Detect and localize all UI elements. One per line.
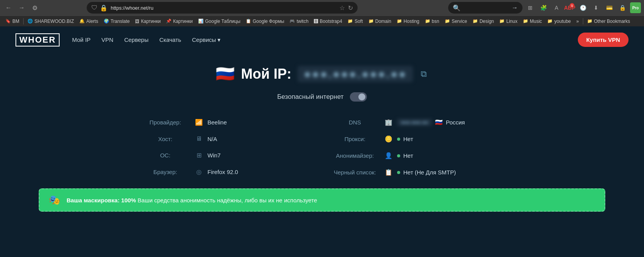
bookmark-music[interactable]: 📁 Music	[521, 18, 544, 25]
bookmark-youtube[interactable]: 📁 youtube	[545, 18, 573, 25]
bookmark-alerts-label: Alerts	[86, 19, 98, 24]
bookmark-bootstrap[interactable]: 🅱 Bootstrap4	[312, 18, 344, 25]
bookmark-gsheets-label: Google Таблицы	[205, 19, 240, 24]
info-row-blacklist: Черный список: 📋 Нет (Не Для SMTP)	[322, 164, 512, 181]
site-nav: WHOER Мой IP VPN Серверы Скачать Сервисы…	[0, 26, 644, 53]
toolbar-actions: 🔍 whoer → ⊞ 🧩 A ABP 1 🕐 ⬇ 💳 🔒 Pro	[448, 2, 641, 14]
tab-manager-button[interactable]: ⊞	[525, 2, 536, 13]
star-icon[interactable]: ☆	[339, 4, 345, 12]
bookmark-service[interactable]: 📁 Service	[442, 18, 469, 25]
bookmark-soft[interactable]: 📁 Soft	[345, 18, 365, 25]
search-input[interactable]: whoer	[463, 5, 509, 11]
safe-internet-toggle[interactable]	[350, 92, 367, 102]
browser-chrome: ← → ⚙ 🛡 🔒 https://whoer.net/ru ☆ ↻ 🔍 who…	[0, 0, 644, 26]
blacklist-status-dot	[397, 171, 400, 174]
adblock-button[interactable]: ABP 1	[564, 2, 575, 13]
browser-value: Firefox 92.0	[207, 169, 238, 175]
dns-value: ●●●.●●●.●● 🇷🇺 Россия	[397, 119, 465, 126]
dns-icon: 🏢	[385, 119, 392, 126]
dns-country-name: Россия	[446, 119, 465, 126]
info-row-provider: Провайдер: 📶 Beeline	[132, 114, 322, 131]
info-row-os: ОС: ⊞ Win7	[132, 147, 322, 164]
bookmark-other-label: Other Bookmarks	[594, 19, 630, 24]
bookmark-youtube-label: youtube	[554, 19, 571, 24]
back-button[interactable]: ←	[3, 2, 14, 13]
proxy-icon: 🪙	[385, 135, 392, 143]
provider-icon: 📶	[195, 119, 203, 126]
os-icon: ⊞	[195, 152, 203, 159]
bookmark-domain-icon: 📁	[368, 19, 374, 24]
address-bar-right: ☆ ↻	[339, 4, 353, 12]
masking-text-rest: Ваши средства анонимность надёжны, либо …	[138, 197, 317, 204]
dns-label: DNS	[330, 119, 380, 126]
nav-services[interactable]: Сервисы ▾	[192, 36, 221, 43]
masking-text: Ваша маскировка: 100% Ваши средства анон…	[67, 197, 317, 204]
pro-badge-button[interactable]: Pro	[630, 2, 641, 13]
bookmark-kartinki1-icon: 🖼	[135, 19, 139, 24]
search-bar[interactable]: 🔍 whoer →	[448, 2, 522, 14]
history-button[interactable]: 🕐	[577, 2, 588, 13]
bookmark-soft-label: Soft	[355, 19, 363, 24]
info-row-proxy: Прокси: 🪙 Нет	[322, 131, 512, 147]
bookmark-sharewood-label: SHAREWOOD.BIZ	[34, 19, 74, 24]
ip-address: ●●●.●●●.●●●.●●	[298, 66, 413, 82]
bookmark-hosting-label: Hosting	[404, 19, 420, 24]
proxy-label: Прокси:	[330, 136, 380, 142]
blacklist-icon: 📋	[385, 169, 392, 176]
bookmark-bootstrap-icon: 🅱	[314, 19, 318, 24]
bookmark-other[interactable]: 📁 Other Bookmarks	[585, 18, 632, 25]
vpn-button[interactable]: 🔒	[617, 2, 628, 13]
bookmark-hosting-icon: 📁	[397, 19, 402, 24]
profile-button[interactable]: A	[551, 2, 562, 13]
bookmark-hosting[interactable]: 📁 Hosting	[394, 18, 422, 25]
extension-button[interactable]: 🧩	[538, 2, 549, 13]
ip-heading: 🇷🇺 Мой IP: ●●●.●●●.●●●.●● ⧉	[15, 65, 629, 83]
shield-icon: 🛡	[91, 4, 98, 11]
bookmark-alerts[interactable]: 🔔 Alerts	[77, 18, 101, 25]
copy-ip-button[interactable]: ⧉	[419, 67, 428, 81]
download-button[interactable]: ⬇	[591, 2, 601, 13]
buy-vpn-button[interactable]: Купить VPN	[578, 33, 629, 47]
bookmark-bm[interactable]: 🔖 BM	[3, 18, 22, 25]
bookmark-more-label: »	[576, 19, 579, 24]
nav-download[interactable]: Скачать	[159, 36, 181, 43]
bookmark-domain-label: Domain	[375, 19, 391, 24]
blacklist-value: Нет (Не Для SMTP)	[397, 169, 456, 176]
bookmark-separator-2	[583, 18, 583, 24]
bookmark-gforms[interactable]: 📋 Google Формы	[243, 18, 286, 25]
bookmark-sharewood[interactable]: 🌐 SHAREWOOD.BIZ	[25, 18, 76, 25]
nav-vpn[interactable]: VPN	[101, 36, 113, 43]
bookmark-bsn-label: bsn	[432, 19, 439, 24]
browser-icon: ◎	[195, 168, 203, 176]
info-row-anonymizer: Анонимайзер: 👤 Нет	[322, 147, 512, 164]
bookmark-kartinki1[interactable]: 🖼 Картинки	[133, 18, 163, 25]
bookmark-gsheets[interactable]: 📊 Google Таблицы	[196, 18, 243, 25]
provider-label: Провайдер:	[140, 119, 190, 126]
search-arrow-icon[interactable]: →	[512, 4, 518, 11]
blacklist-label: Черный список:	[330, 169, 380, 176]
reload-icon[interactable]: ↻	[348, 4, 353, 12]
bookmark-twitch[interactable]: 🎮 twitch	[287, 18, 311, 25]
bookmark-kartinki2[interactable]: 📌 Картинки	[164, 18, 195, 25]
forward-button[interactable]: →	[16, 2, 27, 13]
wallet-button[interactable]: 💳	[604, 2, 615, 13]
bookmark-design-label: Design	[480, 19, 494, 24]
address-bar[interactable]: 🛡 🔒 https://whoer.net/ru ☆ ↻	[87, 2, 358, 14]
bookmark-domain[interactable]: 📁 Domain	[366, 18, 394, 25]
bookmark-bsn[interactable]: 📁 bsn	[423, 18, 442, 25]
address-text: https://whoer.net/ru	[111, 5, 336, 11]
host-icon: 🖥	[195, 135, 203, 142]
bookmark-music-icon: 📁	[523, 19, 528, 24]
bookmark-design[interactable]: 📁 Design	[470, 18, 496, 25]
bookmark-translate[interactable]: 🌍 Translate	[101, 18, 132, 25]
bookmark-linux[interactable]: 📁 Linux	[497, 18, 520, 25]
nav-servers[interactable]: Серверы	[124, 36, 149, 43]
settings-button[interactable]: ⚙	[29, 2, 40, 13]
masking-text-strong: Ваша маскировка: 100%	[67, 197, 136, 204]
nav-my-ip[interactable]: Мой IP	[72, 36, 91, 43]
info-left-column: Провайдер: 📶 Beeline Хост: 🖥 N/A ОС: ⊞ W…	[132, 114, 322, 181]
host-value: N/A	[207, 136, 217, 142]
bookmark-more[interactable]: »	[574, 18, 581, 25]
bookmark-bm-label: BM	[12, 19, 19, 24]
bookmark-design-icon: 📁	[473, 19, 478, 24]
